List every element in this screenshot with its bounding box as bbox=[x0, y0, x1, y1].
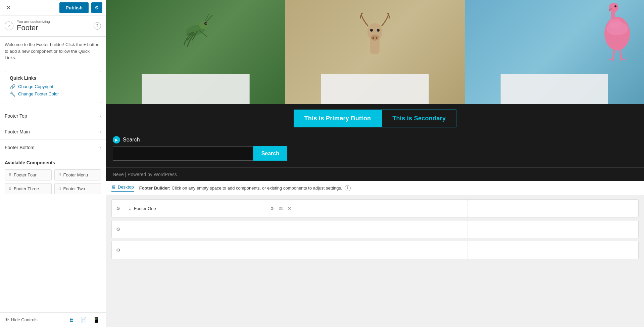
svg-point-1 bbox=[199, 21, 209, 29]
copyright-icon: 🔗 bbox=[10, 84, 15, 89]
svg-point-12 bbox=[371, 35, 379, 41]
quick-link-copyright[interactable]: 🔗 Change Copyright bbox=[10, 84, 96, 89]
footer-one-gear-button[interactable]: ⚙ bbox=[269, 205, 276, 212]
footer-credit: Neve | Powered by WordPress bbox=[106, 167, 644, 181]
search-input[interactable] bbox=[113, 146, 253, 161]
bottom-controls: 👁 Hide Controls 🖥 📄 📱 bbox=[0, 312, 106, 327]
help-button[interactable]: ? bbox=[94, 22, 101, 30]
publish-button[interactable]: Publish bbox=[59, 2, 89, 13]
builder-row-1: ⚙ ⠿ Footer One ⚙ ⚖ ✕ bbox=[111, 199, 639, 217]
row-3-cell-2[interactable] bbox=[296, 241, 467, 259]
welcome-text: Welcome to the Footer builder! Click the… bbox=[0, 37, 106, 66]
svg-line-24 bbox=[621, 59, 626, 60]
chevron-right-icon: › bbox=[99, 113, 101, 119]
image-tan bbox=[285, 0, 464, 104]
svg-line-5 bbox=[205, 13, 209, 21]
component-footer-two-label: Footer Two bbox=[63, 186, 85, 191]
white-card-green bbox=[142, 74, 250, 104]
svg-line-23 bbox=[613, 59, 614, 61]
component-footer-menu[interactable]: ⠿ Footer Menu bbox=[54, 169, 101, 180]
svg-point-18 bbox=[609, 3, 618, 12]
components-grid: ⠿ Footer Four ⠿ Footer Menu ⠿ Footer Thr… bbox=[5, 169, 101, 194]
builder-info-detail: Click on any empty space to add componen… bbox=[172, 185, 342, 190]
footer-builder-area: 🖥 Desktop Footer Builder: Click on any e… bbox=[106, 181, 644, 327]
svg-point-27 bbox=[609, 19, 622, 28]
row-2-gear[interactable]: ⚙ bbox=[112, 220, 125, 238]
builder-rows: ⚙ ⠿ Footer One ⚙ ⚖ ✕ bbox=[106, 195, 644, 263]
builder-row-2: ⚙ bbox=[111, 220, 639, 238]
device-icons: 🖥 📄 📱 bbox=[67, 316, 101, 324]
svg-point-16 bbox=[376, 37, 378, 39]
component-footer-four-label: Footer Four bbox=[14, 172, 37, 177]
section-footer-main[interactable]: Footer Main › bbox=[0, 124, 106, 139]
drag-icon-footer-four: ⠿ bbox=[8, 172, 12, 177]
row-1-cell-1[interactable]: ⠿ Footer One ⚙ ⚖ ✕ bbox=[125, 200, 296, 217]
breadcrumb-subtitle: You are customizing bbox=[17, 19, 90, 24]
deer-illustration bbox=[358, 10, 392, 57]
images-row bbox=[106, 0, 644, 104]
desktop-tab[interactable]: 🖥 Desktop bbox=[111, 185, 134, 192]
tablet-device-button[interactable]: 📄 bbox=[79, 316, 88, 324]
component-footer-four[interactable]: ⠿ Footer Four bbox=[5, 169, 52, 180]
svg-line-25 bbox=[621, 59, 621, 61]
quick-link-footer-color[interactable]: 🔧 Change Footer Color bbox=[10, 91, 96, 97]
image-green bbox=[106, 0, 285, 104]
component-footer-three-label: Footer Three bbox=[14, 186, 39, 191]
close-button[interactable]: ✕ bbox=[3, 3, 14, 13]
row-2-cell-3[interactable] bbox=[467, 220, 638, 238]
white-card-blue bbox=[501, 74, 608, 104]
secondary-button-preview[interactable]: This is Secondary bbox=[382, 110, 456, 127]
chevron-right-icon-2: › bbox=[99, 129, 101, 135]
desktop-icon: 🖥 bbox=[111, 185, 116, 190]
row-1-gear[interactable]: ⚙ bbox=[112, 200, 125, 217]
drag-icon-footer-menu: ⠿ bbox=[58, 172, 61, 177]
builder-info: Footer Builder: Click on any empty space… bbox=[139, 185, 351, 191]
search-submit-button[interactable]: Search bbox=[253, 146, 287, 161]
search-row: ▶ Search Search bbox=[106, 133, 644, 167]
available-components: Available Components ⠿ Footer Four ⠿ Foo… bbox=[0, 155, 106, 200]
component-footer-two[interactable]: ⠿ Footer Two bbox=[54, 183, 101, 194]
builder-row-3: ⚙ bbox=[111, 241, 639, 259]
quick-link-footer-color-label: Change Footer Color bbox=[18, 91, 59, 96]
hide-controls-button[interactable]: 👁 Hide Controls bbox=[5, 317, 38, 322]
quick-link-copyright-label: Change Copyright bbox=[18, 84, 53, 89]
row-3-cell-1[interactable] bbox=[125, 241, 296, 259]
section-footer-top[interactable]: Footer Top › bbox=[0, 108, 106, 124]
section-footer-bottom-label: Footer Bottom bbox=[5, 145, 35, 150]
breadcrumb-info: You are customizing Footer bbox=[17, 19, 90, 32]
svg-line-22 bbox=[609, 59, 613, 60]
settings-gear-button[interactable]: ⚙ bbox=[91, 2, 102, 13]
builder-info-title: Footer Builder: bbox=[139, 185, 170, 190]
svg-point-15 bbox=[373, 37, 374, 39]
available-components-title: Available Components bbox=[5, 160, 101, 165]
drag-icon-footer-three: ⠿ bbox=[8, 186, 12, 191]
footer-one-settings-button[interactable]: ⚖ bbox=[278, 205, 284, 212]
row-2-cell-1[interactable] bbox=[125, 220, 296, 238]
primary-button-preview[interactable]: This is Primary Button bbox=[294, 110, 382, 127]
footer-one-remove-button[interactable]: ✕ bbox=[286, 205, 293, 212]
desktop-device-button[interactable]: 🖥 bbox=[67, 316, 76, 324]
mobile-device-button[interactable]: 📱 bbox=[92, 316, 101, 324]
svg-line-20 bbox=[613, 49, 614, 59]
row-3-gear[interactable]: ⚙ bbox=[112, 241, 125, 259]
search-label-text: Search bbox=[123, 137, 140, 143]
image-blue bbox=[465, 0, 644, 104]
svg-point-19 bbox=[614, 5, 616, 7]
eye-icon: 👁 bbox=[5, 317, 9, 322]
section-footer-bottom[interactable]: Footer Bottom › bbox=[0, 139, 106, 155]
svg-line-4 bbox=[206, 15, 212, 22]
back-button[interactable]: ‹ bbox=[5, 22, 13, 30]
flamingo-illustration bbox=[597, 3, 637, 64]
breadcrumb-bar: ‹ You are customizing Footer ? bbox=[0, 15, 106, 37]
row-3-content bbox=[125, 241, 638, 259]
row-1-cell-2[interactable] bbox=[296, 200, 467, 217]
search-edit-button[interactable]: ▶ bbox=[113, 136, 120, 144]
footer-one-component: ⠿ Footer One bbox=[129, 206, 156, 211]
left-panel: ✕ Publish ⚙ ‹ You are customizing Footer… bbox=[0, 0, 106, 327]
info-icon[interactable]: ℹ bbox=[345, 185, 351, 191]
row-2-cell-2[interactable] bbox=[296, 220, 467, 238]
component-footer-three[interactable]: ⠿ Footer Three bbox=[5, 183, 52, 194]
row-3-cell-3[interactable] bbox=[467, 241, 638, 259]
row-1-cell-3[interactable] bbox=[467, 200, 638, 217]
quick-links-box: Quick Links 🔗 Change Copyright 🔧 Change … bbox=[5, 71, 101, 103]
